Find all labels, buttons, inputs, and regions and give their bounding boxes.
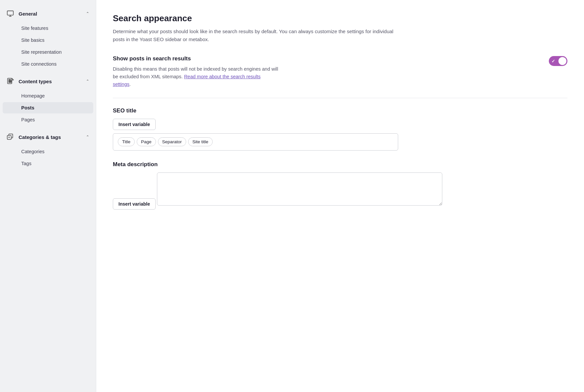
sidebar-section-title-categories-tags: Categories & tags bbox=[19, 134, 61, 140]
tag-chip-site-title: Site title bbox=[188, 137, 213, 146]
toggle-slider: ✓ bbox=[549, 56, 567, 66]
sidebar-section-header-general[interactable]: General ⌃ bbox=[0, 7, 96, 21]
link-suffix: . bbox=[129, 82, 131, 87]
chevron-up-icon-general: ⌃ bbox=[86, 11, 89, 16]
sidebar-section-general: General ⌃ Site features Site basics Site… bbox=[0, 7, 96, 72]
svg-rect-5 bbox=[9, 81, 12, 81]
sidebar-item-pages[interactable]: Pages bbox=[3, 114, 93, 125]
sidebar-section-content-types: Content types ⌃ Homepage Posts Pages bbox=[0, 74, 96, 127]
svg-point-8 bbox=[9, 137, 9, 138]
svg-rect-0 bbox=[7, 11, 13, 15]
show-posts-setting-row: Show posts in search results Disabling t… bbox=[113, 55, 567, 89]
show-posts-description: Disabling this means that posts will not… bbox=[113, 65, 279, 89]
sidebar-section-header-categories-tags[interactable]: Categories & tags ⌃ bbox=[0, 130, 96, 144]
sidebar-sub-items-content-types: Homepage Posts Pages bbox=[0, 88, 96, 127]
seo-title-section: SEO title Insert variable Title Page Sep… bbox=[113, 107, 567, 151]
seo-title-tags-input[interactable]: Title Page Separator Site title bbox=[113, 133, 398, 151]
page-title: Search appearance bbox=[113, 13, 567, 24]
svg-rect-6 bbox=[9, 82, 11, 83]
meta-description-insert-variable-button[interactable]: Insert variable bbox=[113, 198, 156, 210]
sidebar-section-header-content-types[interactable]: Content types ⌃ bbox=[0, 74, 96, 88]
sidebar-item-posts[interactable]: Posts bbox=[3, 102, 93, 113]
section-divider bbox=[113, 98, 567, 98]
meta-description-textarea[interactable] bbox=[157, 172, 442, 206]
toggle-checkmark-icon: ✓ bbox=[551, 59, 555, 64]
svg-rect-4 bbox=[9, 80, 11, 80]
sidebar-sub-items-general: Site features Site basics Site represent… bbox=[0, 21, 96, 72]
chevron-up-icon-content-types: ⌃ bbox=[86, 79, 89, 84]
sidebar-item-homepage[interactable]: Homepage bbox=[3, 90, 93, 101]
tag-chip-page: Page bbox=[137, 137, 156, 146]
sidebar-item-site-basics[interactable]: Site basics bbox=[3, 34, 93, 46]
seo-title-insert-variable-button[interactable]: Insert variable bbox=[113, 119, 156, 130]
sidebar-item-site-connections[interactable]: Site connections bbox=[3, 58, 93, 70]
sidebar: General ⌃ Site features Site basics Site… bbox=[0, 0, 96, 392]
sidebar-section-categories-tags: Categories & tags ⌃ Categories Tags bbox=[0, 130, 96, 171]
show-posts-label: Show posts in search results bbox=[113, 55, 279, 62]
sidebar-section-title-content-types: Content types bbox=[19, 79, 52, 84]
sidebar-item-site-features[interactable]: Site features bbox=[3, 23, 93, 34]
sidebar-item-tags[interactable]: Tags bbox=[3, 158, 93, 169]
sidebar-sub-items-categories-tags: Categories Tags bbox=[0, 144, 96, 171]
tag-chip-separator: Separator bbox=[158, 137, 186, 146]
main-content: Search appearance Determine what your po… bbox=[96, 0, 584, 392]
meta-description-label: Meta description bbox=[113, 161, 567, 168]
sidebar-section-title-general: General bbox=[19, 11, 37, 17]
tag-chip-title: Title bbox=[118, 137, 135, 146]
monitor-icon bbox=[7, 10, 14, 17]
tag-icon bbox=[7, 133, 14, 141]
seo-title-label: SEO title bbox=[113, 107, 567, 114]
chevron-up-icon-categories-tags: ⌃ bbox=[86, 135, 89, 139]
page-description: Determine what your posts should look li… bbox=[113, 28, 398, 43]
show-posts-toggle[interactable]: ✓ bbox=[549, 56, 567, 66]
show-posts-setting-content: Show posts in search results Disabling t… bbox=[113, 55, 279, 89]
meta-description-section: Meta description Insert variable bbox=[113, 161, 567, 213]
document-icon bbox=[7, 78, 14, 85]
sidebar-item-categories[interactable]: Categories bbox=[3, 146, 93, 157]
sidebar-item-site-representation[interactable]: Site representation bbox=[3, 46, 93, 58]
